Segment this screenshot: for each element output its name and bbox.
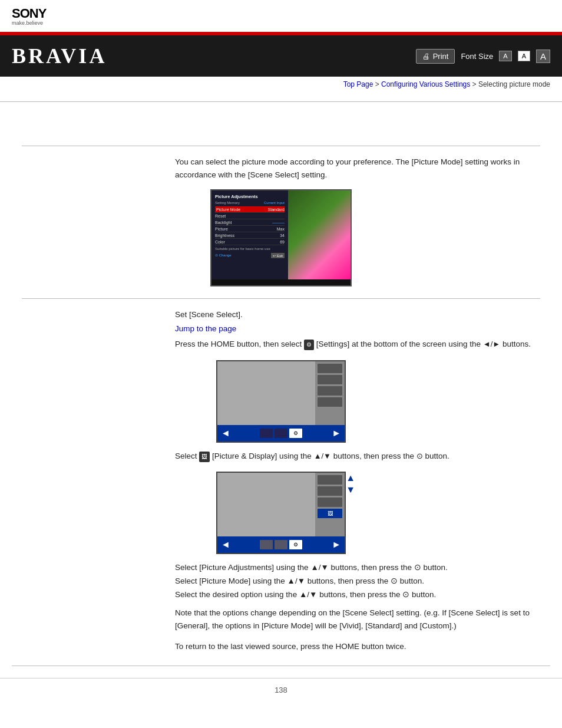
print-button[interactable]: 🖨 Print bbox=[416, 49, 455, 64]
note-text: Note that the options change depending o… bbox=[175, 607, 540, 632]
settings-icon: ⚙ bbox=[304, 340, 314, 350]
bottom-icon-settings-active: ⚙ bbox=[289, 429, 302, 438]
print-icon: 🖨 bbox=[422, 52, 430, 61]
font-large-button[interactable]: A bbox=[536, 50, 550, 63]
breadcrumb-top-page[interactable]: Top Page bbox=[343, 80, 373, 88]
intro-text: You can select the picture mode accordin… bbox=[175, 156, 540, 181]
menu-title: Picture Adjustments bbox=[215, 194, 285, 199]
intro-left bbox=[22, 156, 175, 183]
page-header: BRAVIA 🖨 Print Font Size A A A bbox=[0, 35, 562, 77]
steps-456-left bbox=[22, 561, 175, 654]
home-right-menu bbox=[315, 361, 345, 425]
home-menu-item-a bbox=[318, 475, 342, 485]
step3-right: Select 🖼 [Picture & Display] using the ▲… bbox=[175, 450, 540, 465]
menu-row-selected: Picture ModeStandard bbox=[215, 206, 285, 213]
font-small-button[interactable]: A bbox=[499, 51, 511, 61]
page-title-section bbox=[22, 111, 540, 136]
breadcrumb-current: Selecting picture mode bbox=[478, 80, 550, 88]
sony-logo: SONY bbox=[12, 6, 550, 21]
right-arrow-icon: ► bbox=[332, 428, 341, 439]
home-menu-item-1 bbox=[318, 364, 342, 373]
step5-text: Select [Picture Mode] using the ▲/▼ butt… bbox=[175, 575, 540, 588]
divider-top bbox=[0, 101, 562, 102]
sony-tagline: make.believe bbox=[12, 20, 550, 26]
bottom-bar-icons-2: ⚙ bbox=[260, 540, 302, 549]
page-number: 138 bbox=[275, 686, 287, 694]
circle-icon-1: ⊙ bbox=[416, 452, 423, 460]
tv-image-flowers bbox=[288, 190, 351, 279]
step3-text: Select 🖼 [Picture & Display] using the ▲… bbox=[175, 450, 540, 463]
step1-right: Set [Scene Select]. Jump to the page Pre… bbox=[175, 308, 540, 353]
circle-icon-4: ⊙ bbox=[402, 590, 409, 599]
left-arrow-icon: ◄ bbox=[221, 428, 230, 439]
nav-arrows-col: ▲ ▼ bbox=[346, 473, 355, 495]
bottom-icon-1 bbox=[260, 429, 273, 438]
tv-screen-1: Picture Adjustments Setting MemoryCurren… bbox=[211, 190, 351, 279]
menu-row-reset: Reset bbox=[215, 213, 285, 219]
updown-icon-1: ▲/▼ bbox=[314, 452, 331, 460]
home-screenshot-1: ◄ ⚙ ► bbox=[216, 360, 346, 443]
home-menu-item-4 bbox=[318, 397, 342, 407]
picture-icon-selected: 🖼 bbox=[328, 510, 333, 516]
home-screenshot-2: 🖼 ▲ ▼ ◄ ⚙ ► bbox=[216, 472, 346, 554]
home-content-area-2 bbox=[217, 473, 315, 536]
settings-active-icon: ⚙ bbox=[293, 430, 298, 436]
menu-panel: Picture Adjustments Setting MemoryCurren… bbox=[211, 190, 288, 279]
return-text: To return to the last viewed source, pre… bbox=[175, 640, 540, 654]
menu-row-backlight: Backlight——— bbox=[215, 219, 285, 226]
font-size-label: Font Size bbox=[461, 52, 493, 61]
step2-text: Press the HOME button, then select ⚙ [Se… bbox=[175, 338, 540, 351]
home-right-menu-2: 🖼 ▲ ▼ bbox=[315, 473, 345, 536]
step1-section: Set [Scene Select]. Jump to the page Pre… bbox=[22, 308, 540, 353]
divider-2 bbox=[22, 298, 540, 299]
home-content-area bbox=[217, 361, 315, 425]
bottom-icon-settings-active-2: ⚙ bbox=[289, 540, 302, 549]
menu-row-brightness: Brightness34 bbox=[215, 232, 285, 239]
menu-row-picture: PictureMax bbox=[215, 226, 285, 232]
step1-label: Set [Scene Select]. bbox=[175, 308, 540, 321]
step6-text: Select the desired option using the ▲/▼ … bbox=[175, 588, 540, 602]
header-controls: 🖨 Print Font Size A A A bbox=[416, 49, 550, 64]
up-arrow-icon: ▲ bbox=[346, 473, 355, 483]
steps-456-section: Select [Picture Adjustments] using the ▲… bbox=[22, 561, 540, 654]
bottom-icon-b bbox=[275, 540, 287, 549]
updown-icon-2: ▲/▼ bbox=[310, 563, 328, 572]
picture-adjustments-screenshot: Picture Adjustments Setting MemoryCurren… bbox=[210, 189, 352, 286]
home-menu-item-2 bbox=[318, 375, 342, 384]
bottom-icon-a bbox=[260, 540, 273, 549]
divider-footer bbox=[12, 666, 550, 666]
down-arrow-icon: ▼ bbox=[346, 485, 355, 495]
picture-display-icon: 🖼 bbox=[199, 452, 210, 462]
leftright-icon: ◄/► bbox=[483, 340, 500, 348]
bravia-logo: BRAVIA bbox=[12, 44, 107, 68]
home-bottom-bar-2: ◄ ⚙ ► bbox=[217, 536, 345, 553]
home-screen-main-2: 🖼 ▲ ▼ bbox=[217, 473, 345, 536]
main-content: You can select the picture mode accordin… bbox=[10, 111, 552, 666]
circle-icon-3: ⊙ bbox=[391, 577, 398, 585]
sony-logo-area: SONY make.believe bbox=[0, 0, 562, 32]
updown-icon-3: ▲/▼ bbox=[287, 577, 305, 585]
divider-1 bbox=[22, 146, 540, 146]
settings-icon-2: ⚙ bbox=[293, 542, 298, 548]
bottom-bar-icons: ⚙ bbox=[260, 429, 302, 438]
home-menu-item-b bbox=[318, 486, 342, 496]
home-screen-main bbox=[217, 361, 345, 425]
circle-icon-2: ⊙ bbox=[414, 563, 421, 572]
left-arrow-icon-2: ◄ bbox=[221, 539, 230, 550]
bottom-icon-2 bbox=[275, 429, 287, 438]
intro-section: You can select the picture mode accordin… bbox=[22, 156, 540, 183]
step3-left bbox=[22, 450, 175, 465]
font-medium-button[interactable]: A bbox=[518, 51, 530, 61]
step1-left bbox=[22, 308, 175, 353]
home-menu-item-c bbox=[318, 498, 342, 507]
home-menu-item-picture-selected: 🖼 bbox=[318, 509, 342, 518]
breadcrumb: Top Page > Configuring Various Settings … bbox=[0, 77, 562, 92]
home-menu-item-3 bbox=[318, 386, 342, 396]
page-footer: 138 bbox=[0, 678, 562, 701]
right-arrow-icon-2: ► bbox=[332, 539, 341, 550]
breadcrumb-configuring[interactable]: Configuring Various Settings bbox=[381, 80, 470, 88]
steps-456-right: Select [Picture Adjustments] using the ▲… bbox=[175, 561, 540, 654]
menu-row-color: Color69 bbox=[215, 239, 285, 245]
intro-right: You can select the picture mode accordin… bbox=[175, 156, 540, 183]
jump-to-page-link[interactable]: Jump to the page bbox=[175, 324, 236, 333]
